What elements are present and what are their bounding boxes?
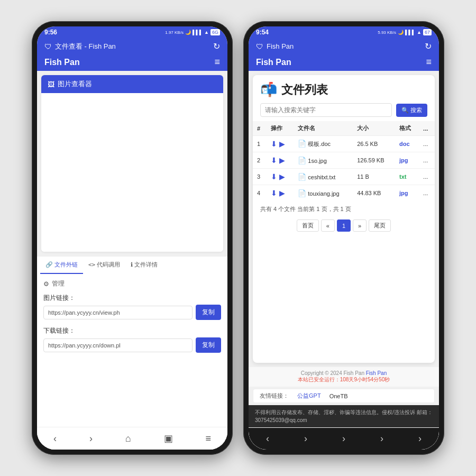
- content-area-1: 🖼 图片查看器 🔗 文件外链 <> 代码调用: [37, 71, 227, 450]
- app-subtitle-1: 文件查看 - Fish Pan: [55, 42, 116, 51]
- download-icon[interactable]: ⬇: [271, 189, 277, 197]
- app-title-2: Fish Pan: [256, 58, 291, 67]
- nav-home[interactable]: ⌂: [121, 431, 135, 446]
- image-link-input-row: 复制: [43, 305, 221, 320]
- share-icon[interactable]: ▶: [279, 189, 285, 197]
- download-link-row: 下载链接： 复制: [43, 326, 221, 353]
- bottom-nav-1: ‹ › ⌂ ▣ ≡: [37, 427, 227, 450]
- col-index: #: [253, 121, 267, 136]
- cell-more: ...: [419, 169, 435, 185]
- tab-code-call[interactable]: <> 代码调用: [83, 257, 125, 274]
- moon-icon-2: 🌙: [398, 30, 404, 35]
- search-row: 🔍 搜索: [253, 101, 435, 121]
- status-bar-1: 9:56 1.97 KB/s 🌙 ▌▌▌ ▲ 6G: [37, 26, 227, 38]
- app-bar-left-2: 🛡 Fish Pan: [256, 42, 294, 51]
- cell-ext: txt: [395, 169, 419, 185]
- cell-index: 1: [253, 136, 267, 152]
- page-first[interactable]: 首页: [297, 219, 319, 232]
- share-icon[interactable]: ▶: [279, 140, 285, 148]
- status-bar-2: 9:54 5.93 KB/s 🌙 ▌▌▌ ▲ 67: [249, 26, 439, 38]
- col-actions: 操作: [267, 121, 294, 136]
- kb-indicator-2: 5.93 KB/s: [378, 30, 396, 35]
- cell-size: 11 B: [353, 169, 395, 185]
- link-icon: 🔗: [45, 261, 53, 268]
- battery-icon: 6G: [210, 29, 220, 35]
- download-link-label: 下载链接：: [43, 326, 221, 335]
- wifi-icon-2: ▲: [417, 30, 422, 35]
- nav-back-2[interactable]: ‹: [262, 431, 273, 446]
- cell-filename: 📄 touxiang.jpg: [294, 185, 353, 202]
- tabs-row-1: 🔗 文件外链 <> 代码调用 ℹ 文件详情: [37, 256, 227, 274]
- cell-ext: doc: [395, 136, 419, 152]
- shield-icon-2: 🛡: [256, 42, 263, 51]
- image-link-row: 图片链接： 复制: [43, 294, 221, 320]
- link-gpt[interactable]: 公益GPT: [297, 392, 321, 400]
- search-input[interactable]: [260, 103, 392, 117]
- search-button[interactable]: 🔍 搜索: [396, 104, 427, 117]
- status-icons-2: 5.93 KB/s 🌙 ▌▌▌ ▲ 67: [378, 29, 432, 35]
- status-time-2: 9:54: [256, 29, 269, 36]
- pagination-info: 共有 4 个文件 当前第 1 页，共 1 页: [253, 201, 435, 217]
- table-row: 1 ⬇ ▶ 📄 模板.doc 26.5 KB doc ...: [253, 136, 435, 152]
- image-viewer-card: 🖼 图片查看器: [41, 75, 223, 252]
- moon-icon: 🌙: [185, 30, 191, 35]
- nav-fwd-2d[interactable]: ›: [414, 431, 426, 446]
- copy-download-link-button[interactable]: 复制: [196, 337, 221, 353]
- nav-window[interactable]: ▣: [160, 431, 177, 446]
- cell-actions: ⬇ ▶: [267, 185, 294, 202]
- refresh-icon-1[interactable]: ↻: [213, 41, 220, 51]
- nav-back[interactable]: ‹: [49, 431, 61, 446]
- shield-icon-1: 🛡: [44, 42, 52, 51]
- cell-index: 2: [253, 152, 267, 169]
- cell-filename: 📄 1so.jpg: [294, 152, 353, 169]
- download-link-input[interactable]: [43, 338, 193, 352]
- link-onetb[interactable]: OneTB: [329, 393, 348, 399]
- nav-fwd-2b[interactable]: ›: [338, 431, 350, 446]
- page-current[interactable]: 1: [337, 219, 351, 232]
- menu-icon-1[interactable]: ≡: [214, 57, 220, 68]
- cell-size: 126.59 KB: [353, 152, 395, 169]
- status-time-1: 9:56: [44, 29, 57, 36]
- image-link-input[interactable]: [43, 306, 193, 319]
- download-icon[interactable]: ⬇: [271, 156, 277, 164]
- cell-ext: jpg: [395, 185, 419, 202]
- phone-2: 9:54 5.93 KB/s 🌙 ▌▌▌ ▲ 67 🛡 Fish Pan ↻: [243, 21, 444, 455]
- table-row: 3 ⬇ ▶ 📄 ceshitxt.txt 11 B txt ...: [253, 169, 435, 185]
- download-link-input-row: 复制: [43, 337, 221, 353]
- cell-more: ...: [419, 185, 435, 202]
- battery-icon-2: 67: [423, 29, 432, 35]
- content-area-2: 📬 文件列表 🔍 搜索 #: [249, 71, 439, 450]
- cell-size: 44.83 KB: [353, 185, 395, 202]
- page-last[interactable]: 尾页: [369, 219, 391, 232]
- file-table: # 操作 文件名 大小 格式 ... 1 ⬇ ▶: [253, 121, 435, 201]
- tab-external-link[interactable]: 🔗 文件外链: [40, 257, 83, 274]
- refresh-icon-2[interactable]: ↻: [425, 41, 432, 51]
- nav-forward[interactable]: ›: [85, 431, 97, 446]
- footer-2: Copyright © 2024 Fish Pan Fish Pan 本站已安全…: [249, 367, 439, 387]
- info-icon: ℹ: [131, 261, 133, 268]
- nav-fwd-2c[interactable]: ›: [376, 431, 388, 446]
- share-icon[interactable]: ▶: [279, 172, 285, 181]
- col-format: 格式: [395, 121, 419, 136]
- tab-file-detail[interactable]: ℹ 文件详情: [125, 257, 163, 274]
- fish-pan-link[interactable]: Fish Pan: [366, 370, 387, 376]
- nav-fwd-2a[interactable]: ›: [300, 431, 312, 446]
- menu-icon-2[interactable]: ≡: [426, 57, 432, 68]
- panel-content-1: ⚙ 管理 图片链接： 复制 下载链接：: [37, 274, 227, 427]
- page-prev[interactable]: «: [321, 219, 335, 232]
- nav-menu[interactable]: ≡: [202, 431, 216, 446]
- app-title-2-top: Fish Pan: [267, 42, 294, 50]
- download-icon[interactable]: ⬇: [271, 140, 277, 148]
- share-icon[interactable]: ▶: [279, 156, 285, 164]
- kb-indicator: 1.97 KB/s: [165, 30, 184, 35]
- wifi-icon: ▲: [204, 30, 209, 35]
- cell-more: ...: [419, 136, 435, 152]
- page-next[interactable]: »: [353, 219, 367, 232]
- copy-image-link-button[interactable]: 复制: [196, 305, 221, 320]
- download-icon[interactable]: ⬇: [271, 172, 277, 181]
- file-icon: 📄: [298, 140, 306, 148]
- col-filename: 文件名: [294, 121, 353, 136]
- file-list-header: 📬 文件列表: [253, 75, 435, 101]
- cell-actions: ⬇ ▶: [267, 152, 294, 169]
- image-viewer-title: 图片查看器: [58, 79, 92, 89]
